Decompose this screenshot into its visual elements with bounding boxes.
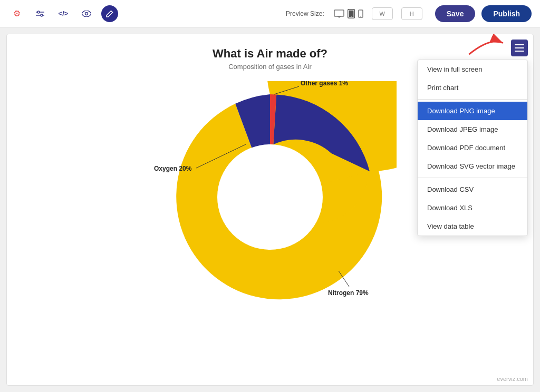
view-fullscreen-item[interactable]: View in full screen <box>418 60 527 79</box>
context-dropdown-menu: View in full screen Print chart Download… <box>417 60 528 236</box>
donut-hole <box>217 144 323 250</box>
chart-container: What is Air made of? Composition of gase… <box>6 34 534 386</box>
watermark: everviz.com <box>497 376 528 382</box>
download-xls-item[interactable]: Download XLS <box>418 199 527 217</box>
height-input[interactable] <box>401 7 422 20</box>
svg-point-11 <box>351 16 351 16</box>
oxygen-label: Oxygen 20% <box>154 165 192 172</box>
publish-button[interactable]: Publish <box>481 5 532 22</box>
svg-point-0 <box>37 11 40 13</box>
download-png-item[interactable]: Download PNG image <box>418 102 527 120</box>
svg-point-13 <box>360 16 361 17</box>
svg-rect-7 <box>334 10 344 16</box>
hamburger-menu-button[interactable] <box>511 40 528 56</box>
preview-size-icons <box>334 9 363 18</box>
eye-tool-icon[interactable] <box>78 5 95 22</box>
download-csv-item[interactable]: Download CSV <box>418 180 527 199</box>
other-label: Other gases 1% <box>301 81 348 87</box>
hamburger-line-1 <box>515 44 524 45</box>
customize-tool-icon[interactable] <box>32 5 49 22</box>
desktop-icon[interactable] <box>334 9 344 18</box>
dropdown-divider-2 <box>418 178 527 178</box>
preview-size-label: Preview Size: <box>286 10 324 17</box>
hamburger-line-3 <box>515 51 524 52</box>
save-button[interactable]: Save <box>435 5 476 22</box>
dropdown-divider-1 <box>418 99 527 100</box>
mobile-icon[interactable] <box>358 9 363 18</box>
edit-tool-icon[interactable] <box>101 5 118 22</box>
svg-point-6 <box>85 12 88 15</box>
tablet-icon[interactable] <box>348 9 355 18</box>
toolbar: ⚙ </> Preview Size: <box>0 0 540 27</box>
code-tool-icon[interactable]: </> <box>55 5 72 22</box>
nitrogen-label: Nitrogen 79% <box>328 289 369 297</box>
print-chart-item[interactable]: Print chart <box>418 79 527 97</box>
download-svg-item[interactable]: Download SVG vector image <box>418 157 527 175</box>
chart-title: What is Air made of? <box>7 47 533 61</box>
download-pdf-item[interactable]: Download PDF document <box>418 139 527 157</box>
settings-tool-icon[interactable]: ⚙ <box>8 5 25 22</box>
view-data-table-item[interactable]: View data table <box>418 217 527 236</box>
svg-point-1 <box>41 14 43 16</box>
width-input[interactable] <box>372 7 393 20</box>
hamburger-line-2 <box>515 47 524 48</box>
donut-chart-area: Other gases 1% Oxygen 20% Nitrogen 79% <box>133 76 407 329</box>
download-jpeg-item[interactable]: Download JPEG image <box>418 120 527 139</box>
